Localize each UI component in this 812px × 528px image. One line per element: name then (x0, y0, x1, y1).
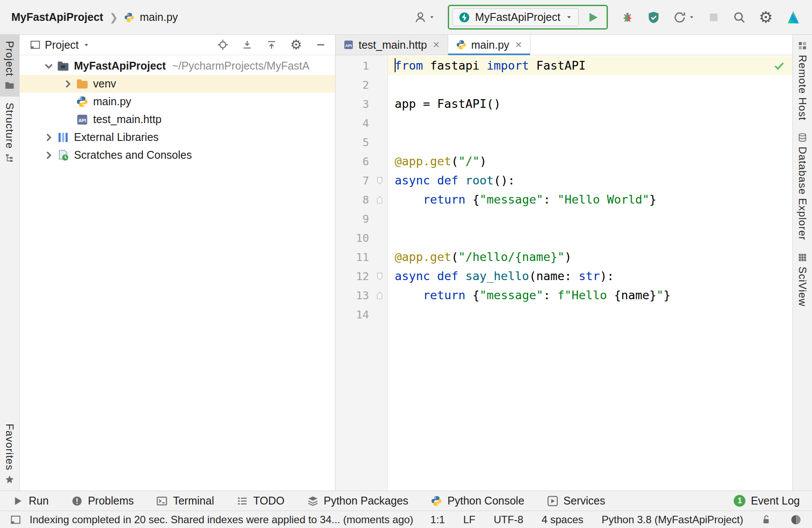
code-line-8[interactable]: return {"message": "Hello World"} (388, 190, 792, 209)
stop-button (708, 11, 720, 23)
tree-item-myfastapiproject[interactable]: MyFastApiProject~/PycharmProjects/MyFast… (20, 57, 335, 75)
toolwindow-tab-project[interactable]: Project (0, 35, 19, 97)
toolwindow-tab-favorites[interactable]: Favorites (0, 418, 19, 491)
run-config-selector[interactable]: MyFastApiProject (452, 8, 579, 26)
indent-widget[interactable]: 4 spaces (541, 514, 583, 526)
code-token: ) (564, 250, 571, 264)
editor-tab-main-py[interactable]: main.py✕ (448, 35, 530, 55)
services-icon (547, 495, 558, 507)
line-number: 4 (336, 117, 372, 130)
toolwindow-button-todo[interactable]: TODO (237, 495, 285, 507)
hide-panel-icon[interactable] (315, 39, 326, 50)
editor[interactable]: 1234567891011121314 from fastapi import … (336, 55, 792, 491)
code-line-10[interactable] (388, 228, 792, 247)
line-ending-widget[interactable]: LF (463, 514, 475, 526)
code-token: @app.get (395, 250, 451, 264)
chevron-right-icon[interactable] (42, 149, 55, 162)
toolwindow-button-terminal[interactable]: Terminal (156, 495, 214, 507)
toolwindow-button-python-packages[interactable]: Python Packages (307, 495, 409, 507)
toolwindow-tab-sciview[interactable]: SciView (793, 247, 812, 313)
editor-code[interactable]: from fastapi import FastAPIapp = FastAPI… (388, 55, 792, 491)
code-line-4[interactable] (388, 114, 792, 133)
event-log-label: Event Log (751, 495, 800, 507)
notifications-icon[interactable] (790, 514, 802, 525)
tab-close-icon[interactable]: ✕ (433, 40, 440, 50)
stop-icon (708, 11, 720, 23)
chevron-right-icon[interactable] (61, 77, 74, 90)
code-line-1[interactable]: from fastapi import FastAPI (388, 56, 792, 75)
locate-file-icon[interactable] (217, 39, 228, 50)
interpreter-widget[interactable]: Python 3.8 (MyFastApiProject) (602, 514, 743, 526)
code-line-13[interactable]: return {"message": f"Hello {name}"} (388, 286, 792, 305)
fold-end-icon[interactable] (372, 196, 387, 204)
chevron-right-icon[interactable] (42, 131, 55, 144)
unlock-icon[interactable] (762, 515, 772, 525)
fold-end-icon[interactable] (372, 291, 387, 300)
code-line-11[interactable]: @app.get("/hello/{name}") (388, 247, 792, 267)
profiler-icon (673, 11, 686, 24)
tree-item-external-libraries[interactable]: External Libraries (20, 128, 335, 146)
code-line-3[interactable]: app = FastAPI() (388, 94, 792, 114)
encoding-widget[interactable]: UTF-8 (493, 514, 523, 526)
project-panel-header: Project ⚙ (20, 35, 335, 55)
project-view-selector[interactable]: Project (45, 39, 90, 51)
fold-start-icon[interactable] (372, 177, 387, 185)
toolwindow-tab-structure[interactable]: Structure (0, 97, 19, 169)
code-token: return (423, 288, 466, 302)
toolwindow-button-label: Services (564, 495, 605, 507)
code-line-7[interactable]: async def root(): (388, 171, 792, 190)
search-everywhere-button[interactable] (733, 11, 746, 24)
breadcrumb-file[interactable]: main.py (140, 11, 178, 23)
inspections-ok-icon (773, 60, 785, 72)
debug-button[interactable] (621, 11, 634, 24)
code-token: (): (494, 174, 515, 187)
project-folder-icon (57, 60, 69, 72)
caret-position-widget[interactable]: 1:1 (430, 514, 445, 526)
fastapi-run-config-icon (459, 12, 470, 23)
python-console-icon (431, 495, 442, 507)
tree-item-main-py[interactable]: main.py (20, 93, 335, 110)
code-token: return (423, 193, 466, 206)
fold-start-icon[interactable] (372, 272, 387, 281)
code-line-5[interactable] (388, 133, 792, 152)
status-bar: Indexing completed in 20 sec. Shared ind… (0, 511, 812, 528)
user-menu-button[interactable] (414, 11, 435, 23)
tab-close-icon[interactable]: ✕ (515, 40, 522, 50)
code-line-12[interactable]: async def say_hello(name: str): (388, 267, 792, 286)
code-line-6[interactable]: @app.get("/") (388, 152, 792, 171)
toolwindow-button-services[interactable]: Services (547, 495, 605, 507)
toolwindow-tab-database-explorer[interactable]: Database Explorer (793, 127, 812, 247)
toolwindow-button-label: Problems (88, 495, 134, 507)
left-toolwindow-stripe: Project Structure Favorites (0, 35, 20, 491)
code-line-2[interactable] (388, 75, 792, 94)
status-message[interactable]: Indexing completed in 20 sec. Shared ind… (30, 514, 413, 526)
tree-item-scratches-and-consoles[interactable]: Scratches and Consoles (20, 146, 335, 164)
chevron-down-icon[interactable] (42, 60, 55, 73)
panel-settings-gear-icon[interactable]: ⚙ (290, 38, 302, 51)
editor-tab-test-main-http[interactable]: APItest_main.http✕ (336, 35, 448, 55)
code-token: "/" (458, 154, 480, 168)
settings-button[interactable]: ⚙ (759, 10, 773, 25)
python-icon (76, 96, 88, 108)
tree-item-venv[interactable]: venv (20, 75, 335, 93)
libraries-icon (57, 131, 69, 144)
expand-all-icon[interactable] (242, 39, 253, 50)
coverage-button[interactable] (647, 11, 660, 24)
line-number: 3 (336, 98, 372, 110)
code-line-9[interactable] (388, 209, 792, 228)
toolwindow-button-run[interactable]: Run (12, 495, 49, 507)
toolwindow-toggle-icon[interactable] (10, 515, 21, 525)
toolwindow-tab-remote-host[interactable]: Remote Host (793, 35, 812, 127)
tree-item-test-main-http[interactable]: APItest_main.http (20, 110, 335, 128)
profiler-button[interactable] (673, 11, 695, 24)
toolwindow-button-python-console[interactable]: Python Console (431, 495, 524, 507)
code-line-14[interactable] (388, 305, 792, 324)
code-token: } (649, 193, 656, 206)
event-log-button[interactable]: 1 Event Log (734, 495, 800, 507)
toolwindow-button-problems[interactable]: Problems (71, 495, 134, 507)
breadcrumb-project[interactable]: MyFastApiProject (11, 11, 103, 23)
gutter-line: 2 (336, 75, 387, 94)
code-token: say_hello (466, 269, 529, 283)
collapse-all-icon[interactable] (266, 39, 277, 50)
run-button[interactable] (587, 11, 600, 24)
